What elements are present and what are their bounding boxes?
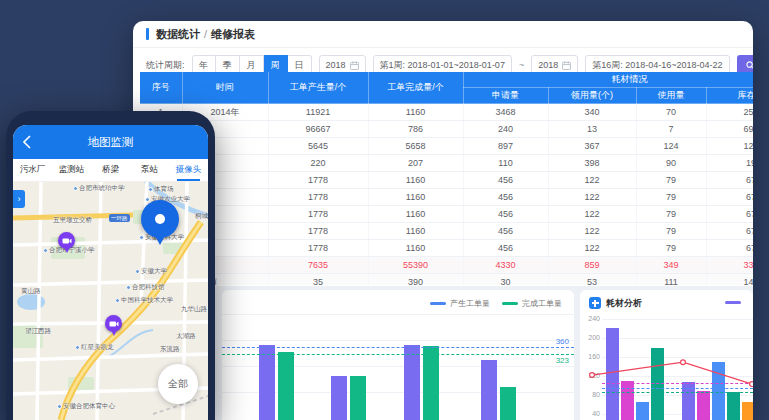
- bar-generated: [404, 345, 420, 420]
- cell-value: 70: [636, 104, 706, 121]
- table-row: 96667786240137690: [140, 121, 753, 138]
- start-year-value: 2018: [326, 60, 346, 70]
- breadcrumb-section: 数据统计: [156, 28, 200, 40]
- marker-tail: [154, 234, 166, 245]
- legend-item[interactable]: 完成工单量: [502, 298, 562, 309]
- legend-item[interactable]: 产生工单量: [430, 298, 490, 309]
- col-header-completed: 工单完成量/个: [368, 72, 463, 104]
- cell-value: 140: [706, 274, 753, 286]
- poi-dot-icon: [57, 404, 62, 409]
- map-expand-button[interactable]: ›: [13, 190, 25, 208]
- cell-value: 456: [463, 223, 548, 240]
- map-label-text: 九华山路: [181, 305, 207, 312]
- map-label: 体育场: [148, 185, 174, 194]
- map-label-text: 安徽大学: [141, 267, 167, 274]
- cell-value: 4330: [463, 257, 548, 274]
- cell-value: 122: [548, 206, 636, 223]
- cell-value: 122: [548, 240, 636, 257]
- tab-桥梁[interactable]: 桥梁: [91, 159, 130, 181]
- cell-value: 79: [636, 240, 706, 257]
- reference-line-label: 323: [556, 356, 569, 365]
- chart-title: 耗材分析: [606, 297, 642, 310]
- camera-marker[interactable]: [105, 315, 122, 337]
- back-button[interactable]: [23, 135, 31, 153]
- average-row: 平均值353903053111140: [140, 274, 753, 286]
- sub-col-header: 领用量(个): [548, 88, 636, 104]
- tab-泵站[interactable]: 泵站: [130, 159, 169, 181]
- cell-value: 859: [548, 257, 636, 274]
- map-label: 五里墩立交桥: [53, 216, 92, 225]
- cell-value: 79: [636, 206, 706, 223]
- end-week-value: 第16周: 2018-04-16~2018-04-22: [592, 59, 722, 72]
- map-label-text: 体育场: [154, 185, 174, 192]
- map-view[interactable]: › 全部 合肥市琥珀中学体育场安徽农业大学桐城路五里墩立交桥合肥市宁溪小学安徽医…: [13, 182, 208, 420]
- map-label-text: 红星美凯龙: [81, 343, 114, 350]
- cell-value: 398: [548, 155, 636, 172]
- camera-marker[interactable]: [58, 232, 75, 254]
- legend-dash: [502, 302, 518, 305]
- map-label-text: 黄山路: [21, 287, 41, 294]
- cell-value: 220: [268, 155, 368, 172]
- map-label-text: 太湖路: [176, 332, 196, 339]
- bar-generated: [331, 376, 347, 420]
- cell-value: 1160: [368, 172, 463, 189]
- map-label-text: 望江西路: [25, 327, 51, 334]
- map-label-text: 五里墩立交桥: [53, 216, 92, 223]
- chart-legend: 产生工单量完成工单量: [430, 298, 562, 309]
- bar-generated: [481, 360, 497, 420]
- table-row: 12014年119211160346834070250: [140, 104, 753, 121]
- app-title: 地图监测: [88, 135, 134, 150]
- cell-value: 1160: [368, 206, 463, 223]
- cell-value: 1160: [368, 189, 463, 206]
- cell-value: 1778: [268, 240, 368, 257]
- page: 数据统计/维修报表 统计周期: 年季月周日 2018 第1周: 2018-01-…: [0, 0, 769, 420]
- camera-marker-tail: [111, 330, 117, 336]
- report-table: 序号 时间 工单产生量/个 工单完成量/个 耗材情况 申请量 领用量(个) 使用…: [140, 72, 753, 285]
- cell-value: 1160: [368, 223, 463, 240]
- map-label: 九华山路: [181, 305, 207, 314]
- selected-location-marker[interactable]: [141, 200, 179, 248]
- cell-value: 333: [706, 257, 753, 274]
- map-label: 合肥科技馆: [126, 283, 165, 292]
- map-label: 安徽大学: [135, 267, 167, 276]
- cell-value: 67: [706, 189, 753, 206]
- bar-completed: [278, 352, 294, 420]
- workorder-chart-card: 产生工单量完成工单量 360323: [222, 290, 574, 420]
- poi-dot-icon: [126, 285, 131, 290]
- tab-污水厂[interactable]: 污水厂: [13, 159, 52, 181]
- map-label-text: 桐城路: [195, 212, 208, 219]
- calendar-icon: [562, 61, 571, 70]
- cell-value: 786: [368, 121, 463, 138]
- bar-completed: [500, 387, 516, 420]
- cell-value: 1160: [368, 104, 463, 121]
- tab-监测站[interactable]: 监测站: [52, 159, 91, 181]
- cell-value: 349: [636, 257, 706, 274]
- cell-value: 30: [463, 274, 548, 286]
- cell-value: 55390: [368, 257, 463, 274]
- cell-value: 53: [548, 274, 636, 286]
- map-label-text: 合肥市琥珀中学: [79, 184, 125, 191]
- cell-value: 111: [636, 274, 706, 286]
- cell-value: 122: [548, 189, 636, 206]
- cell-value: 79: [636, 223, 706, 240]
- bar-generated: [259, 345, 275, 420]
- map-label: 安徽合肥体育中心: [57, 402, 115, 411]
- map-label: 东流路: [160, 345, 180, 354]
- cell-value: 1778: [268, 223, 368, 240]
- cell-value: 1778: [268, 172, 368, 189]
- tab-摄像头[interactable]: 摄像头: [169, 159, 208, 181]
- cell-value: 19: [706, 155, 753, 172]
- cell-value: 122: [548, 172, 636, 189]
- map-tab-bar: 污水厂监测站桥梁泵站摄像头: [13, 159, 208, 182]
- map-all-button[interactable]: 全部: [158, 364, 198, 404]
- cell-value: 390: [368, 274, 463, 286]
- reference-line-label: 360: [556, 337, 569, 346]
- page-title: 维修报表: [211, 28, 255, 40]
- col-header-no: 序号: [140, 72, 182, 104]
- cell-value: 7: [636, 121, 706, 138]
- map-label: 太湖路: [176, 332, 196, 341]
- table-row: 177811604561227967: [140, 240, 753, 257]
- end-year-value: 2018: [538, 60, 558, 70]
- cell-value: 5658: [368, 138, 463, 155]
- cell-value: 13: [548, 121, 636, 138]
